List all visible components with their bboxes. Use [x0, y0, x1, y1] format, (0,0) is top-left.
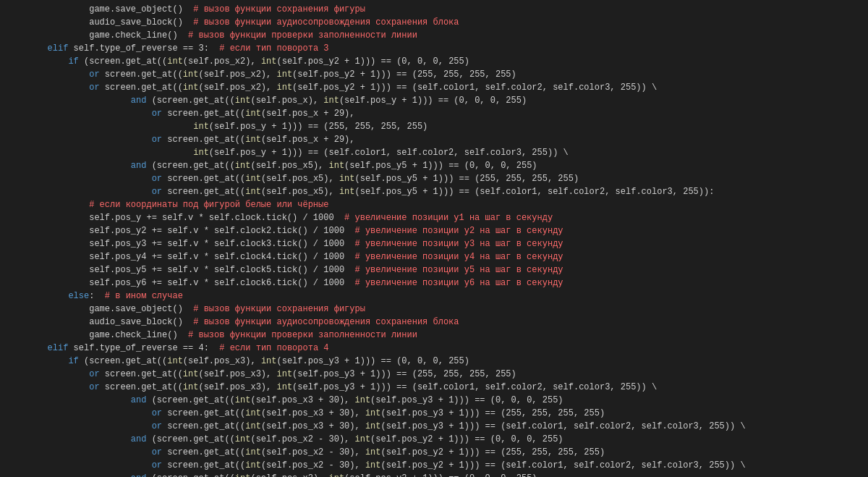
table-row: and (screen.get_at((int(self.pos_x2), in… — [0, 472, 868, 477]
code-line-content: elif self.type_of_reverse == 4: # если т… — [6, 342, 862, 355]
table-row: int(self.pos_y + 1))) == (self.color1, s… — [0, 146, 868, 159]
table-row: audio_save_block() # вызов функции аудио… — [0, 16, 868, 29]
table-row: or screen.get_at((int(self.pos_x3 + 30),… — [0, 407, 868, 420]
table-row: if (screen.get_at((int(self.pos_x3), int… — [0, 355, 868, 368]
code-line-content: self.pos_y3 += self.v * self.clock3.tick… — [6, 237, 862, 250]
code-line-content: or screen.get_at((int(self.pos_x3), int(… — [6, 368, 862, 381]
table-row: audio_save_block() # вызов функции аудио… — [0, 316, 868, 329]
table-row: or screen.get_at((int(self.pos_x3), int(… — [0, 381, 868, 394]
code-line-content: game.save_object() # вызов функции сохра… — [6, 303, 862, 316]
table-row: self.pos_y += self.v * self.clock.tick()… — [0, 211, 868, 224]
table-row: elif self.type_of_reverse == 4: # если т… — [0, 342, 868, 355]
table-row: elif self.type_of_reverse == 3: # если т… — [0, 42, 868, 55]
code-editor: game.save_object() # вызов функции сохра… — [0, 0, 868, 477]
code-line-content: self.pos_y += self.v * self.clock.tick()… — [6, 211, 862, 224]
table-row: or screen.get_at((int(self.pos_x3), int(… — [0, 368, 868, 381]
table-row: int(self.pos_y + 1))) == (255, 255, 255,… — [0, 120, 868, 133]
table-row: or screen.get_at((int(self.pos_x + 29), — [0, 107, 868, 120]
table-row: or screen.get_at((int(self.pos_x2 - 30),… — [0, 459, 868, 472]
table-row: or screen.get_at((int(self.pos_x5), int(… — [0, 172, 868, 185]
code-line-content: and (screen.get_at((int(self.pos_x2 - 30… — [6, 433, 862, 446]
code-line-content: and (screen.get_at((int(self.pos_x3 + 30… — [6, 394, 862, 407]
table-row: and (screen.get_at((int(self.pos_x5), in… — [0, 159, 868, 172]
code-line-content: self.pos_y4 += self.v * self.clock4.tick… — [6, 250, 862, 263]
code-line-content: and (screen.get_at((int(self.pos_x2), in… — [6, 472, 862, 477]
code-line-content: or screen.get_at((int(self.pos_x + 29), — [6, 133, 862, 146]
table-row: self.pos_y6 += self.v * self.clock6.tick… — [0, 277, 868, 290]
code-line-content: self.pos_y6 += self.v * self.clock6.tick… — [6, 277, 862, 290]
code-line-content: if (screen.get_at((int(self.pos_x3), int… — [6, 355, 862, 368]
code-line-content: or screen.get_at((int(self.pos_x5), int(… — [6, 172, 862, 185]
code-line-content: elif self.type_of_reverse == 3: # если т… — [6, 42, 862, 55]
code-line-content: or screen.get_at((int(self.pos_x2 - 30),… — [6, 446, 862, 459]
table-row: or screen.get_at((int(self.pos_x2 - 30),… — [0, 446, 868, 459]
code-line-content: game.check_line() # вызов функции провер… — [6, 329, 862, 342]
code-line-content: and (screen.get_at((int(self.pos_x), int… — [6, 94, 862, 107]
table-row: if (screen.get_at((int(self.pos_x2), int… — [0, 55, 868, 68]
code-line-content: self.pos_y5 += self.v * self.clock5.tick… — [6, 263, 862, 277]
code-line-content: or screen.get_at((int(self.pos_x2 - 30),… — [6, 459, 862, 472]
code-line-content: audio_save_block() # вызов функции аудио… — [6, 16, 862, 29]
table-row: self.pos_y2 += self.v * self.clock2.tick… — [0, 224, 868, 237]
code-line-content: or screen.get_at((int(self.pos_x + 29), — [6, 107, 862, 120]
table-row: or screen.get_at((int(self.pos_x3 + 30),… — [0, 420, 868, 433]
code-line-content: self.pos_y2 += self.v * self.clock2.tick… — [6, 224, 862, 237]
table-row: or screen.get_at((int(self.pos_x2), int(… — [0, 68, 868, 81]
table-row: or screen.get_at((int(self.pos_x2), int(… — [0, 81, 868, 94]
code-line-content: or screen.get_at((int(self.pos_x5), int(… — [6, 185, 862, 198]
code-line-content: or screen.get_at((int(self.pos_x2), int(… — [6, 68, 862, 81]
table-row: self.pos_y4 += self.v * self.clock4.tick… — [0, 250, 868, 263]
code-line-content: # если координаты под фигурой белые или … — [6, 198, 862, 211]
code-line-content: int(self.pos_y + 1))) == (255, 255, 255,… — [6, 120, 862, 133]
table-row: or screen.get_at((int(self.pos_x + 29), — [0, 133, 868, 146]
table-row: or screen.get_at((int(self.pos_x5), int(… — [0, 185, 868, 198]
table-row: self.pos_y5 += self.v * self.clock5.tick… — [0, 263, 868, 277]
table-row: game.check_line() # вызов функции провер… — [0, 329, 868, 342]
table-row: and (screen.get_at((int(self.pos_x2 - 30… — [0, 433, 868, 446]
code-line-content: audio_save_block() # вызов функции аудио… — [6, 316, 862, 329]
table-row: # если координаты под фигурой белые или … — [0, 198, 868, 211]
code-line-content: or screen.get_at((int(self.pos_x3 + 30),… — [6, 420, 862, 433]
code-line-content: or screen.get_at((int(self.pos_x2), int(… — [6, 81, 862, 94]
table-row: self.pos_y3 += self.v * self.clock3.tick… — [0, 237, 868, 250]
code-line-content: if (screen.get_at((int(self.pos_x2), int… — [6, 55, 862, 68]
code-line-content: int(self.pos_y + 1))) == (self.color1, s… — [6, 146, 862, 159]
code-line-content: or screen.get_at((int(self.pos_x3), int(… — [6, 381, 862, 394]
table-row: game.check_line() # вызов функции провер… — [0, 29, 868, 42]
code-line-content: game.save_object() # вызов функции сохра… — [6, 3, 862, 16]
table-row: else: # в ином случае — [0, 290, 868, 303]
table-row: game.save_object() # вызов функции сохра… — [0, 303, 868, 316]
table-row: and (screen.get_at((int(self.pos_x), int… — [0, 94, 868, 107]
code-line-content: else: # в ином случае — [6, 290, 862, 303]
table-row: game.save_object() # вызов функции сохра… — [0, 3, 868, 16]
code-line-content: or screen.get_at((int(self.pos_x3 + 30),… — [6, 407, 862, 420]
code-line-content: and (screen.get_at((int(self.pos_x5), in… — [6, 159, 862, 172]
table-row: and (screen.get_at((int(self.pos_x3 + 30… — [0, 394, 868, 407]
code-line-content: game.check_line() # вызов функции провер… — [6, 29, 862, 42]
